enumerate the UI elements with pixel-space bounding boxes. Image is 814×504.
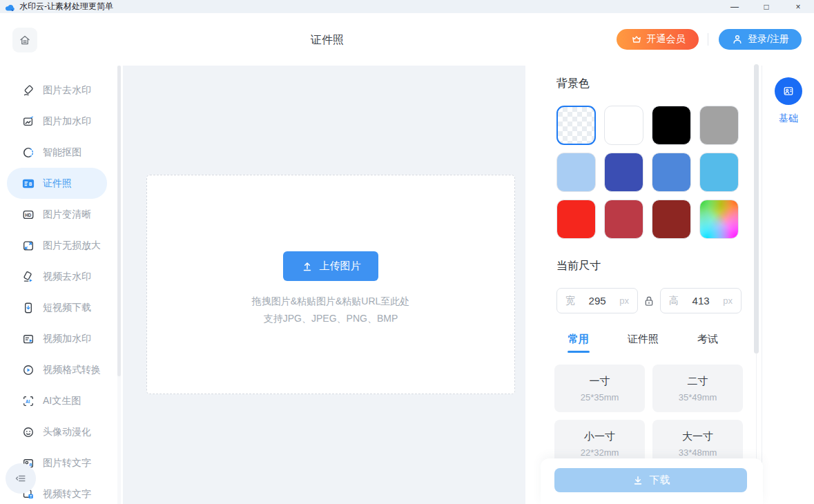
maximize-button[interactable]: □ xyxy=(750,0,782,13)
settings-panel: 背景色 当前尺寸 宽 295 px xyxy=(525,66,762,504)
lock-icon xyxy=(643,295,655,307)
sidebar-item-ai-text-to-image[interactable]: AI AI文生图 xyxy=(7,385,107,416)
sidebar-item-image-clarify[interactable]: HD 图片变清晰 xyxy=(7,199,107,230)
size-preset-grid: 一寸 25*35mm 二寸 35*49mm 小一寸 22*32mm 大一寸 33… xyxy=(554,365,743,467)
login-register-label: 登录/注册 xyxy=(748,33,789,46)
portrait-photo-icon xyxy=(782,85,795,97)
editor-canvas: 上传图片 拖拽图片&粘贴图片&粘贴URL至此处 支持JPG、JPEG、PNG、B… xyxy=(123,66,525,504)
sidebar-item-lossless-enlarge[interactable]: 图片无损放大 xyxy=(7,230,107,261)
sidebar-item-label: 图片去水印 xyxy=(43,84,91,97)
swatch-light-blue[interactable] xyxy=(556,153,596,192)
sidebar-item-label: 图片无损放大 xyxy=(43,240,101,252)
upload-image-label: 上传图片 xyxy=(320,260,361,273)
width-unit: px xyxy=(619,295,629,306)
preset-two-inch[interactable]: 二寸 35*49mm xyxy=(652,365,743,412)
download-bar: 下载 xyxy=(541,458,763,504)
sidebar-item-video-add-watermark[interactable]: 视频加水印 xyxy=(7,323,107,354)
dimension-inputs: 宽 295 px 高 413 px xyxy=(556,288,742,313)
download-icon xyxy=(632,474,644,487)
sidebar-item-label: 图片变清晰 xyxy=(43,209,91,221)
collapse-menu-icon xyxy=(14,472,27,485)
swatch-red[interactable] xyxy=(556,200,596,239)
upload-dropzone[interactable]: 上传图片 拖拽图片&粘贴图片&粘贴URL至此处 支持JPG、JPEG、PNG、B… xyxy=(146,175,515,394)
tab-id-photo[interactable]: 证件照 xyxy=(628,333,659,353)
hd-icon: HD xyxy=(22,209,35,221)
preset-size: 25*35mm xyxy=(581,392,619,403)
preset-name: 小一寸 xyxy=(584,430,615,443)
sidebar-scrollbar[interactable] xyxy=(117,66,121,376)
svg-text:HD: HD xyxy=(25,212,32,217)
swatch-crimson[interactable] xyxy=(604,200,643,239)
video-watermark-icon xyxy=(22,333,35,345)
width-field[interactable]: 宽 295 px xyxy=(556,288,638,313)
sidebar-item-video-format-convert[interactable]: 视频格式转换 xyxy=(7,354,107,385)
sidebar-item-short-video-download[interactable]: 短视频下载 xyxy=(7,292,107,323)
height-field[interactable]: 高 413 px xyxy=(660,288,742,313)
aspect-lock-button[interactable] xyxy=(638,295,660,307)
swatch-dark-blue[interactable] xyxy=(604,153,643,192)
image-watermark-icon xyxy=(22,115,35,128)
swatch-dark-red[interactable] xyxy=(652,200,691,239)
sidebar-item-label: 图片转文字 xyxy=(43,457,91,469)
sidebar-item-smart-cutout[interactable]: 智能抠图 xyxy=(7,137,107,168)
open-vip-button[interactable]: 开通会员 xyxy=(617,29,699,50)
tab-exam[interactable]: 考试 xyxy=(697,333,718,353)
avatar-cartoon-icon xyxy=(22,426,35,438)
preset-one-inch[interactable]: 一寸 25*35mm xyxy=(554,365,645,412)
basic-mode-label: 基础 xyxy=(762,113,814,125)
sidebar-item-video-remove-watermark[interactable]: 视频去水印 xyxy=(7,261,107,292)
sidebar-item-add-watermark[interactable]: 图片加水印 xyxy=(7,106,107,137)
ai-image-icon: AI xyxy=(22,395,35,407)
panel-scrollbar[interactable] xyxy=(754,64,759,353)
swatch-black[interactable] xyxy=(652,106,691,145)
swatch-sky-blue[interactable] xyxy=(699,153,739,192)
close-button[interactable]: × xyxy=(782,0,814,13)
sidebar: 图片去水印 图片加水印 智能抠图 8 证件照 HD 图片变清晰 图片无损放大 视… xyxy=(0,66,123,504)
width-label: 宽 xyxy=(565,295,575,307)
preset-name: 二寸 xyxy=(688,375,708,388)
open-vip-label: 开通会员 xyxy=(647,33,686,46)
height-unit: px xyxy=(723,295,733,306)
swatch-white[interactable] xyxy=(604,106,643,145)
crown-icon xyxy=(630,33,643,46)
preset-size: 33*48mm xyxy=(679,447,717,458)
sidebar-item-id-photo[interactable]: 8 证件照 xyxy=(7,168,107,199)
header: 证件照 开通会员 登录/注册 xyxy=(0,13,814,66)
height-value[interactable]: 413 xyxy=(692,295,710,307)
upload-hint-drag: 拖拽图片&粘贴图片&粘贴URL至此处 xyxy=(252,295,410,308)
collapse-sidebar-button[interactable] xyxy=(6,463,36,494)
basic-mode-button[interactable] xyxy=(775,77,802,105)
app-window: 水印云-让素材处理更简单 — □ × 证件照 开通会员 登录/注册 xyxy=(0,0,814,504)
current-size-title: 当前尺寸 xyxy=(556,259,601,273)
upload-icon xyxy=(301,260,313,273)
preset-size: 22*32mm xyxy=(581,447,619,458)
background-color-title: 背景色 xyxy=(556,77,590,91)
preset-name: 大一寸 xyxy=(682,430,713,443)
page-title: 证件照 xyxy=(272,33,382,48)
swatch-transparent[interactable] xyxy=(556,106,596,145)
eraser-icon xyxy=(22,84,35,97)
download-button[interactable]: 下载 xyxy=(554,468,747,492)
sidebar-item-label: 视频格式转换 xyxy=(43,364,101,376)
home-icon xyxy=(19,34,31,46)
width-value[interactable]: 295 xyxy=(589,295,606,307)
home-button[interactable] xyxy=(12,28,37,52)
tab-common[interactable]: 常用 xyxy=(568,333,589,353)
swatch-blue[interactable] xyxy=(652,153,691,192)
sidebar-item-label: 证件照 xyxy=(43,177,72,190)
minimize-button[interactable]: — xyxy=(719,0,750,13)
swatch-gray[interactable] xyxy=(699,106,739,145)
preset-size: 35*49mm xyxy=(679,392,717,403)
svg-text:8: 8 xyxy=(29,181,32,187)
login-register-button[interactable]: 登录/注册 xyxy=(719,29,802,50)
size-category-tabs: 常用 证件照 考试 xyxy=(568,333,718,353)
sidebar-item-label: 视频去水印 xyxy=(43,271,91,283)
upload-image-button[interactable]: 上传图片 xyxy=(283,251,378,281)
sidebar-item-label: AI文生图 xyxy=(43,395,81,407)
sidebar-item-avatar-cartoonize[interactable]: 头像动漫化 xyxy=(7,416,107,447)
enlarge-icon xyxy=(22,240,35,252)
smart-cutout-icon xyxy=(22,146,35,159)
header-divider xyxy=(708,33,708,46)
swatch-custom-color-picker[interactable] xyxy=(699,200,739,239)
sidebar-item-remove-watermark[interactable]: 图片去水印 xyxy=(7,75,107,106)
